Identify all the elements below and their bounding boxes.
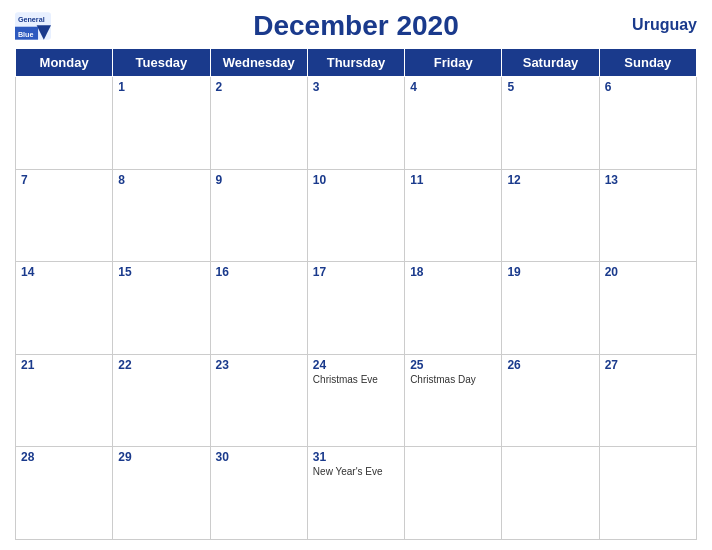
day-number: 9	[216, 173, 302, 187]
week-row-2: 78910111213	[16, 169, 697, 262]
day-cell: 23	[210, 354, 307, 447]
country-label: Uruguay	[632, 16, 697, 34]
calendar-table: MondayTuesdayWednesdayThursdayFridaySatu…	[15, 48, 697, 540]
day-header-tuesday: Tuesday	[113, 49, 210, 77]
day-cell	[599, 447, 696, 540]
day-number: 26	[507, 358, 593, 372]
day-cell	[16, 77, 113, 170]
day-number: 4	[410, 80, 496, 94]
day-cell: 24Christmas Eve	[307, 354, 404, 447]
event-label: Christmas Eve	[313, 374, 399, 385]
day-number: 16	[216, 265, 302, 279]
day-number: 7	[21, 173, 107, 187]
day-header-friday: Friday	[405, 49, 502, 77]
day-number: 28	[21, 450, 107, 464]
day-header-saturday: Saturday	[502, 49, 599, 77]
week-row-4: 21222324Christmas Eve25Christmas Day2627	[16, 354, 697, 447]
day-number: 17	[313, 265, 399, 279]
days-header-row: MondayTuesdayWednesdayThursdayFridaySatu…	[16, 49, 697, 77]
day-cell: 25Christmas Day	[405, 354, 502, 447]
day-header-thursday: Thursday	[307, 49, 404, 77]
day-header-monday: Monday	[16, 49, 113, 77]
day-cell	[502, 447, 599, 540]
day-cell: 1	[113, 77, 210, 170]
day-cell: 9	[210, 169, 307, 262]
day-cell: 7	[16, 169, 113, 262]
day-cell: 6	[599, 77, 696, 170]
svg-text:General: General	[18, 15, 45, 24]
day-number: 24	[313, 358, 399, 372]
day-cell: 21	[16, 354, 113, 447]
day-number: 10	[313, 173, 399, 187]
day-cell: 8	[113, 169, 210, 262]
day-header-sunday: Sunday	[599, 49, 696, 77]
day-number: 19	[507, 265, 593, 279]
day-header-wednesday: Wednesday	[210, 49, 307, 77]
day-cell: 27	[599, 354, 696, 447]
day-cell: 5	[502, 77, 599, 170]
day-cell: 17	[307, 262, 404, 355]
day-cell: 29	[113, 447, 210, 540]
day-number: 1	[118, 80, 204, 94]
day-cell: 13	[599, 169, 696, 262]
day-cell: 14	[16, 262, 113, 355]
day-number: 13	[605, 173, 691, 187]
day-cell: 3	[307, 77, 404, 170]
page-title: December 2020	[253, 10, 458, 42]
day-cell: 19	[502, 262, 599, 355]
day-cell	[405, 447, 502, 540]
day-number: 18	[410, 265, 496, 279]
day-number: 23	[216, 358, 302, 372]
day-number: 14	[21, 265, 107, 279]
day-number: 11	[410, 173, 496, 187]
week-row-3: 14151617181920	[16, 262, 697, 355]
day-cell: 28	[16, 447, 113, 540]
day-cell: 26	[502, 354, 599, 447]
day-cell: 30	[210, 447, 307, 540]
day-cell: 16	[210, 262, 307, 355]
day-number: 5	[507, 80, 593, 94]
week-row-5: 28293031New Year's Eve	[16, 447, 697, 540]
day-number: 12	[507, 173, 593, 187]
svg-text:Blue: Blue	[18, 30, 34, 39]
week-row-1: 123456	[16, 77, 697, 170]
day-cell: 22	[113, 354, 210, 447]
day-number: 31	[313, 450, 399, 464]
day-cell: 18	[405, 262, 502, 355]
general-blue-logo-icon: General Blue	[15, 12, 51, 40]
day-cell: 20	[599, 262, 696, 355]
calendar-header: General Blue December 2020 Uruguay	[15, 10, 697, 42]
day-number: 8	[118, 173, 204, 187]
day-number: 29	[118, 450, 204, 464]
day-cell: 11	[405, 169, 502, 262]
day-number: 2	[216, 80, 302, 94]
day-number: 15	[118, 265, 204, 279]
day-number: 21	[21, 358, 107, 372]
day-number: 3	[313, 80, 399, 94]
day-cell: 15	[113, 262, 210, 355]
day-cell: 2	[210, 77, 307, 170]
day-number: 22	[118, 358, 204, 372]
event-label: New Year's Eve	[313, 466, 399, 477]
event-label: Christmas Day	[410, 374, 496, 385]
day-cell: 12	[502, 169, 599, 262]
day-cell: 10	[307, 169, 404, 262]
logo: General Blue	[15, 12, 51, 40]
day-number: 25	[410, 358, 496, 372]
day-cell: 4	[405, 77, 502, 170]
day-cell: 31New Year's Eve	[307, 447, 404, 540]
day-number: 27	[605, 358, 691, 372]
day-number: 30	[216, 450, 302, 464]
day-number: 20	[605, 265, 691, 279]
day-number: 6	[605, 80, 691, 94]
